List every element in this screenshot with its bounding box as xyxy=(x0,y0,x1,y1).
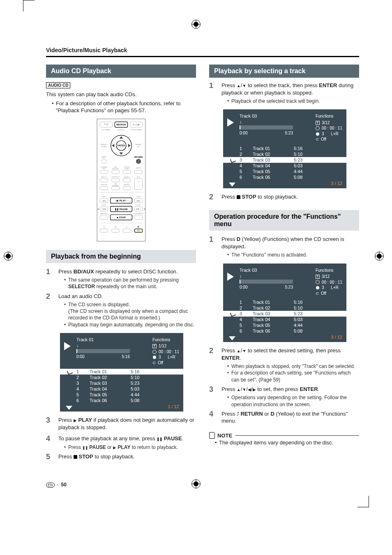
svg-rect-74 xyxy=(134,215,142,220)
step-text: To pause the playback at any time, press… xyxy=(58,435,196,442)
svg-text:▶▶|: ▶▶| xyxy=(136,208,140,210)
page-number: EN - 50 xyxy=(46,482,359,488)
note-icon xyxy=(209,432,217,439)
pause-icon xyxy=(157,435,162,442)
down-arrow-icon: ↓ xyxy=(240,119,311,124)
step-text: Press / to select the track, then press … xyxy=(221,82,359,96)
pause-icon xyxy=(82,444,88,450)
svg-rect-84 xyxy=(137,230,140,231)
svg-rect-32 xyxy=(134,170,142,173)
svg-text:−: − xyxy=(137,185,139,189)
step-1: 1 Press / to select the track, then pres… xyxy=(209,82,359,104)
step-sub: Playback may begin automatically, depend… xyxy=(64,321,196,328)
track-row: 4Track 045:03 xyxy=(223,317,346,322)
right-column: Playback by selecting a track 1 Press / … xyxy=(209,65,359,462)
svg-rect-82 xyxy=(123,229,131,232)
svg-text:VOL: VOL xyxy=(102,168,105,170)
step-number: 4 xyxy=(46,435,53,451)
svg-text:D: D xyxy=(138,226,139,228)
left-icon xyxy=(248,386,251,392)
svg-text:REV: REV xyxy=(102,196,106,198)
step-text: Press / to select the desired setting, t… xyxy=(221,347,359,361)
step-2: 2 Press STOP to stop playback. xyxy=(209,193,359,202)
right-icon xyxy=(253,386,256,392)
svg-text:TOP MENU: TOP MENU xyxy=(101,128,111,130)
play-icon xyxy=(74,417,77,423)
step-text: Press STOP to stop playback. xyxy=(58,453,196,460)
step-text: Press BD/AUX repeatedly to select DISC f… xyxy=(58,268,196,275)
track-row: 5Track 054:44 xyxy=(223,322,346,328)
svg-text:DISPLAY: DISPLAY xyxy=(100,184,108,186)
track-row: 4Track 045:03 xyxy=(60,386,183,392)
svg-text:▶▶: ▶▶ xyxy=(137,199,140,201)
svg-text:|▶: |▶ xyxy=(144,208,146,210)
registration-mark xyxy=(191,20,201,29)
section-heading: Audio CD Playback xyxy=(46,65,196,78)
track-row: 2Track 025:10 xyxy=(223,305,346,311)
functions-panel: Functions T3/12 00 : 00 : 11 3 L+R Off xyxy=(316,113,342,142)
step-number: 2 xyxy=(46,293,53,328)
track-list: 1Track 015:162Track 025:103Track 035:234… xyxy=(60,369,183,403)
step-text: Press PLAY if playback does not begin au… xyxy=(58,416,196,431)
op-step-2: 2 Press / to select the desired setting,… xyxy=(209,347,359,383)
step-text: Load an audio CD. xyxy=(58,293,196,300)
subsection-heading: Playback from the beginning xyxy=(46,250,196,263)
down-icon xyxy=(242,386,246,392)
step-4: 4 To pause the playback at any time, pre… xyxy=(46,435,196,451)
page-indicator: 3 / 12 xyxy=(331,181,342,186)
track-row: 6Track 065:08 xyxy=(223,328,346,334)
track-list: 1Track 015:162Track 025:103Track 035:234… xyxy=(223,146,346,180)
registration-mark xyxy=(375,252,384,261)
play-icon xyxy=(64,342,71,350)
play-icon xyxy=(113,444,116,450)
svg-text:A: A xyxy=(103,226,105,228)
op-step-1: 1 Press D (Yellow) (Functions) when the … xyxy=(209,236,359,258)
svg-text:iPod/▶: iPod/▶ xyxy=(132,123,140,126)
step-sub: Operations vary depending on the setting… xyxy=(227,394,359,407)
track-row: 1Track 015:16 xyxy=(223,146,346,151)
intro-text: This system can play back audio CDs. xyxy=(46,91,196,98)
svg-rect-30 xyxy=(111,170,119,173)
svg-text:SUBTITLE: SUBTITLE xyxy=(111,176,120,178)
step-5: 5 Press STOP to stop playback. xyxy=(46,453,196,462)
step-number: 1 xyxy=(46,268,53,290)
step-number: 3 xyxy=(209,386,217,408)
total-time: 5:16 xyxy=(122,354,130,359)
step-number: 4 xyxy=(209,410,217,426)
elapsed-time: 0:00 xyxy=(76,354,84,359)
elapsed-time: 0:00 xyxy=(240,131,247,135)
svg-text:B: B xyxy=(115,226,116,228)
svg-text:SKIP: SKIP xyxy=(136,204,141,206)
step-1: 1 Press BD/AUX repeatedly to select DISC… xyxy=(46,268,196,290)
up-icon xyxy=(237,347,241,354)
svg-text:■ STOP: ■ STOP xyxy=(117,216,126,219)
step-number: 3 xyxy=(46,416,53,432)
down-arrow-icon: ↓ xyxy=(76,343,148,348)
svg-text:CENTER: CENTER xyxy=(124,166,130,168)
svg-text:SKIP: SKIP xyxy=(102,204,106,206)
svg-text:TUNING ↕: TUNING ↕ xyxy=(117,128,125,130)
svg-text:|◀◀: |◀◀ xyxy=(102,208,106,210)
svg-rect-37 xyxy=(100,178,108,182)
page-indicator: 1 / 12 xyxy=(168,404,179,409)
stop-icon xyxy=(237,195,240,199)
svg-text:ENTER: ENTER xyxy=(117,144,125,147)
track-row: 3Track 035:23 xyxy=(60,380,183,386)
scroll-down-icon xyxy=(229,336,235,340)
svg-text:AUDIO: AUDIO xyxy=(124,176,130,178)
svg-point-18 xyxy=(101,159,106,164)
current-track-title: Track 03 xyxy=(240,268,311,273)
note-heading: NOTE xyxy=(209,432,359,439)
step-2: 2 Load an audio CD. The CD screen is dis… xyxy=(46,293,196,328)
svg-text:SKIP SEARCH: SKIP SEARCH xyxy=(133,213,143,214)
cd-screen: Track 01 ↓ 0:005:16 Functions T1/12 00 :… xyxy=(60,333,183,412)
page-indicator: 3 / 12 xyxy=(331,335,342,340)
svg-text:EXIT: EXIT xyxy=(101,156,106,158)
svg-text:DYNAMIC: DYNAMIC xyxy=(100,166,107,168)
svg-rect-38 xyxy=(111,178,119,182)
track-row: 1Track 015:16 xyxy=(223,299,346,305)
play-icon xyxy=(227,118,234,127)
subsection-heading: Operation procedure for the "Functions" … xyxy=(209,210,359,231)
scroll-down-icon xyxy=(229,183,235,187)
functions-panel: Functions T3/12 00 : 00 : 11 3 L+R Off xyxy=(316,268,342,296)
